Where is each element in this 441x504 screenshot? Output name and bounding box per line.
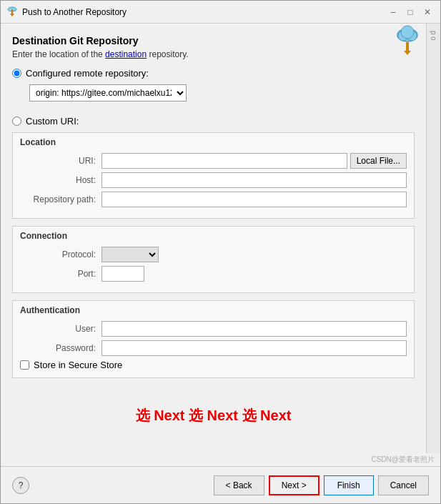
svg-marker-8 — [404, 51, 411, 55]
authentication-section: Authentication User: Password: Store in … — [12, 300, 415, 378]
repo-path-label: Repository path: — [20, 194, 99, 204]
maximize-button[interactable]: □ — [403, 5, 417, 19]
subtitle-link: destination — [105, 49, 147, 59]
password-row: Password: — [20, 340, 407, 356]
title-bar-controls: – □ ✕ — [386, 5, 435, 19]
user-row: User: — [20, 321, 407, 337]
configured-remote-row: Configured remote repository: — [12, 68, 415, 79]
store-secure-checkbox[interactable] — [20, 360, 29, 370]
minimize-button[interactable]: – — [386, 5, 400, 19]
remote-dropdown-wrapper: origin: https://gitee.com/michaelxu123/j… — [26, 84, 415, 109]
svg-rect-1 — [11, 9, 13, 14]
page-title: Destination Git Repository — [12, 35, 415, 46]
window-icon — [6, 6, 18, 18]
host-input[interactable] — [101, 172, 407, 188]
subtitle-post: repository. — [147, 49, 188, 59]
uri-input[interactable] — [101, 153, 347, 169]
port-label: Port: — [20, 269, 99, 279]
custom-uri-row: Custom URI: — [12, 116, 415, 127]
configured-remote-label[interactable]: Configured remote repository: — [26, 68, 149, 79]
window-title: Push to Another Repository — [22, 7, 382, 17]
uri-label: URI: — [20, 156, 99, 166]
svg-marker-2 — [10, 14, 14, 16]
footer-buttons: < Back Next > Finish Cancel — [214, 475, 429, 495]
protocol-select[interactable]: https http ssh git — [101, 247, 159, 262]
title-bar: Push to Another Repository – □ ✕ — [1, 1, 440, 24]
user-label: User: — [20, 324, 99, 334]
local-file-button[interactable]: Local File... — [350, 153, 407, 169]
host-row: Host: — [20, 172, 407, 188]
store-checkbox-row: Store in Secure Store — [20, 360, 407, 370]
repo-path-row: Repository path: — [20, 192, 407, 207]
svg-point-6 — [401, 26, 414, 39]
subtitle-pre: Enter the location of the — [12, 49, 105, 59]
uri-row: URI: Local File... — [20, 153, 407, 169]
connection-section: Connection Protocol: https http ssh git … — [12, 226, 415, 293]
protocol-row: Protocol: https http ssh git — [20, 247, 407, 262]
watermark: CSDN@爱看老照片 — [1, 453, 440, 466]
footer: ? < Back Next > Finish Cancel — [1, 466, 440, 503]
host-label: Host: — [20, 175, 99, 185]
push-icon-decoration — [395, 24, 420, 55]
back-button[interactable]: < Back — [214, 475, 264, 495]
custom-uri-label[interactable]: Custom URI: — [26, 116, 79, 127]
help-button[interactable]: ? — [12, 477, 29, 494]
main-panel: Destination Git Repository Enter the loc… — [1, 24, 426, 453]
user-input[interactable] — [101, 321, 407, 337]
close-button[interactable]: ✕ — [420, 5, 435, 19]
location-section-title: Location — [20, 137, 407, 147]
remote-select[interactable]: origin: https://gitee.com/michaelxu123/j… — [29, 84, 187, 102]
side-text-p: p — [430, 31, 437, 35]
content-area: Destination Git Repository Enter the loc… — [1, 24, 440, 453]
next-button[interactable]: Next > — [269, 475, 319, 495]
cancel-button[interactable]: Cancel — [378, 475, 429, 495]
protocol-label: Protocol: — [20, 249, 99, 260]
port-input[interactable] — [101, 266, 144, 282]
location-section: Location URI: Local File... Host: Reposi… — [12, 132, 415, 219]
side-decoration: p o — [426, 24, 440, 453]
store-secure-label[interactable]: Store in Secure Store — [34, 360, 122, 370]
connection-section-title: Connection — [20, 231, 407, 241]
password-label: Password: — [20, 343, 99, 353]
svg-rect-7 — [406, 42, 409, 51]
finish-button[interactable]: Finish — [324, 475, 374, 495]
side-text-o: o — [430, 36, 437, 41]
configured-remote-radio[interactable] — [12, 69, 21, 78]
password-input[interactable] — [101, 340, 407, 356]
dialog-window: Push to Another Repository – □ ✕ — [0, 0, 441, 504]
annotation-text: 选 Next 选 Next 选 Next — [12, 397, 415, 435]
page-subtitle: Enter the location of the destination re… — [12, 49, 415, 59]
repo-path-input[interactable] — [101, 192, 407, 207]
port-row: Port: — [20, 266, 407, 282]
custom-uri-radio[interactable] — [12, 117, 21, 126]
authentication-section-title: Authentication — [20, 305, 407, 315]
